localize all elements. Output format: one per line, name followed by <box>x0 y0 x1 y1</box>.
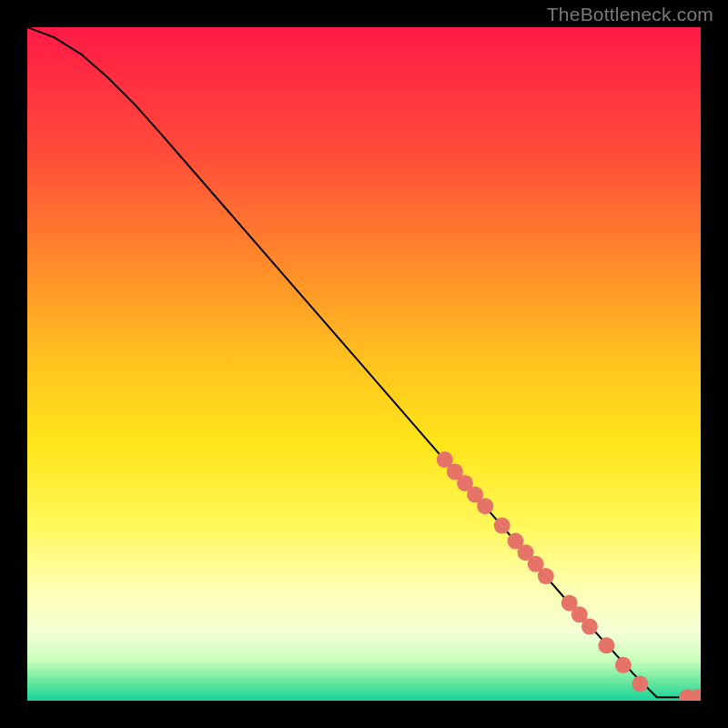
marker-dot <box>477 498 493 514</box>
marker-dot <box>494 518 511 534</box>
watermark-text: TheBottleneck.com <box>547 4 713 25</box>
chart-stage: TheBottleneck.com <box>0 0 728 728</box>
marker-dot <box>598 637 614 653</box>
marker-dot <box>538 568 554 584</box>
plot-area <box>27 27 701 701</box>
marker-dot <box>632 676 648 693</box>
marker-dot <box>615 657 632 673</box>
chart-background <box>27 27 701 701</box>
chart-svg <box>27 27 701 701</box>
marker-dot <box>581 619 598 635</box>
